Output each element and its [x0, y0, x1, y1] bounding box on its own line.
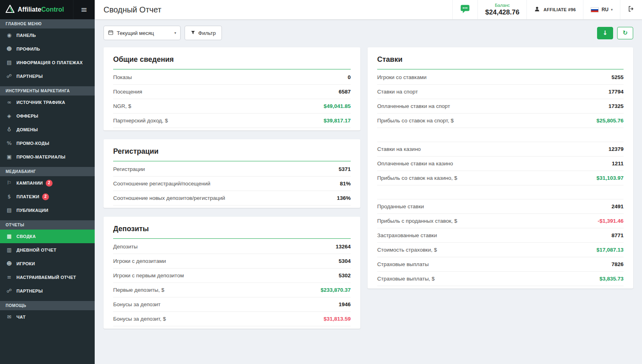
promo-materials-icon: ▣ [6, 153, 13, 161]
brand: AffiliateControl ≡ [0, 0, 95, 19]
sidebar-item[interactable]: $ ПЛАТЕЖИ 2 [0, 190, 95, 203]
chat-icon: ✉ [6, 313, 13, 321]
publications-icon: ▤ [6, 207, 13, 214]
stat-label: Застрахованные ставки [377, 232, 437, 238]
sidebar-item[interactable]: ∞ ИСТОЧНИК ТРАФИКА [0, 96, 95, 109]
filter-icon [191, 30, 195, 36]
stat-label: Страховые выплаты [377, 261, 429, 267]
language-label: RU [601, 7, 608, 12]
stat-label: Оплаченные ставки на спорт [377, 103, 450, 109]
sidebar-item[interactable]: ▥ ДНЕВНОЙ ОТЧЕТ [0, 243, 95, 257]
stat-value: 5371 [339, 166, 351, 172]
chevron-down-icon: ▾ [611, 8, 613, 12]
stat-value: 0 [347, 74, 351, 80]
stat-label: Прибыль со ставок на спорт, $ [377, 118, 454, 124]
sidebar-item[interactable]: ◈ ОФФЕРЫ [0, 109, 95, 123]
card-title: Депозиты [113, 225, 351, 239]
stat-value: $3,835.73 [599, 276, 624, 282]
stat-value: 5302 [339, 272, 351, 279]
sidebar-item-label: СВОДКА [16, 233, 36, 240]
payment-info-icon: ▤ [6, 59, 13, 66]
sidebar-item[interactable]: ☻ ПРОФИЛЬ [0, 42, 95, 56]
chat-icon [460, 4, 470, 16]
stat-value: 1946 [339, 301, 351, 307]
stat-label: NGR, $ [113, 103, 131, 109]
report-card: Ставки Игроки со ставками 5255 Ставки на… [368, 47, 633, 289]
sidebar-item-label: ПУБЛИКАЦИИ [16, 207, 49, 214]
sidebar-section-title: ПОМОЩЬ [0, 301, 95, 310]
sidebar-item-label: ЧАТ [16, 313, 26, 321]
sidebar-section-title: ГЛАВНОЕ МЕНЮ [0, 19, 95, 28]
card-rows: Показы 0 Посещения 6587 NGR, $ $49 [113, 70, 351, 128]
stat-row: Ставки на спорт 17794 [377, 85, 624, 99]
calendar-icon [108, 30, 114, 37]
logout-button[interactable] [620, 0, 642, 19]
balance-value: $24,428.76 [485, 8, 519, 16]
sidebar-item-label: ОФФЕРЫ [16, 112, 38, 120]
stat-value: 7826 [612, 261, 624, 267]
report-card: Общие сведения Показы 0 Посещения 6587 [104, 47, 360, 130]
stat-row: Страховые выплаты, $ $3,835.73 [377, 272, 624, 286]
balance: Баланс $24,428.76 [477, 0, 526, 19]
sidebar-item-label: ИГРОКИ [16, 260, 35, 267]
stat-label: Прибыль со ставок на казино, $ [377, 175, 457, 181]
sidebar-item[interactable]: ✉ ЧАТ [0, 310, 95, 324]
stat-row: Депозиты 13264 [113, 240, 351, 254]
stat-row: Стоимость страховки, $ $17,087.13 [377, 243, 624, 257]
stat-label: Оплаченные ставки на казино [377, 161, 453, 167]
column-right: Ставки Игроки со ставками 5255 Ставки на… [368, 47, 633, 289]
dashboard-icon: ◉ [6, 32, 13, 39]
sidebar-menu: ГЛАВНОЕ МЕНЮ ◉ ПАНЕЛЬ ☻ ПРОФИЛЬ [0, 19, 95, 364]
sidebar-item[interactable]: ☍ ПАРТНЕРЫ [0, 69, 95, 83]
download-button[interactable]: ↓ [597, 27, 613, 39]
sidebar-item[interactable]: ▦ СВОДКА [0, 230, 95, 243]
language-selector[interactable]: RU ▾ [583, 0, 620, 19]
sidebar-item[interactable]: ☍ ПАРТНЕРЫ [0, 284, 95, 298]
sidebar-item-label: ПАРТНЕРЫ [16, 287, 43, 295]
stat-value: $25,805.76 [596, 118, 624, 124]
sidebar-item[interactable]: ▤ ИНФОРМАЦИЯ О ПЛАТЕЖАХ [0, 56, 95, 69]
daily-report-icon: ▥ [6, 246, 13, 254]
page-title: Сводный Отчет [104, 5, 161, 14]
players-icon: ☻ [6, 260, 13, 267]
sidebar-item[interactable]: ≡ НАСТРАИВАЕМЫЙ ОТЧЕТ [0, 270, 95, 284]
stat-value: 2491 [612, 203, 624, 209]
sidebar-item[interactable]: ▣ ПРОМО-МАТЕРИАЛЫ [0, 150, 95, 164]
sidebar-item[interactable]: ◉ ПАНЕЛЬ [0, 28, 95, 42]
card-title: Ставки [377, 55, 624, 69]
stat-row: Первые депозиты, $ $233,870.37 [113, 283, 351, 297]
stat-row: Бонусы за депозит 1946 [113, 297, 351, 312]
sidebar-section-title: ИНСТРУМЕНТЫ МАРКЕТИНГА [0, 86, 95, 96]
stat-value: $233,870.37 [321, 287, 351, 293]
stat-row: NGR, $ $49,041.85 [113, 99, 351, 114]
refresh-button[interactable]: ↻ [617, 27, 633, 39]
sidebar-item[interactable]: ☻ ИГРОКИ [0, 257, 95, 270]
account-button[interactable]: AFFILIATE #96 [526, 0, 583, 19]
refresh-icon: ↻ [623, 29, 628, 37]
sidebar-item[interactable]: % ПРОМО-КОДЫ [0, 136, 95, 150]
hamburger-menu-icon[interactable]: ≡ [73, 0, 95, 19]
card-rows: Регистрации 5371 Соотношение регистраций… [113, 162, 351, 205]
stat-row: Страховые выплаты 7826 [377, 257, 624, 272]
balance-label: Баланс [495, 3, 510, 8]
stat-row: Соотношение регистраций/посещений 81% [113, 177, 351, 191]
sidebar-item-label: ПРОМО-КОДЫ [16, 140, 49, 147]
stat-label: Первые депозиты, $ [113, 287, 165, 293]
stat-label: Проданные ставки [377, 203, 424, 209]
chat-button[interactable] [452, 0, 477, 19]
period-select[interactable]: Текущий месяц ▾ [104, 26, 181, 40]
sidebar-item[interactable]: ⚐ КАМПАНИИ 2 [0, 176, 95, 190]
sidebar-section: ПОМОЩЬ ✉ ЧАТ [0, 301, 95, 324]
sidebar-item-label: ИСТОЧНИК ТРАФИКА [16, 99, 65, 106]
sidebar-item-label: ИНФОРМАЦИЯ О ПЛАТЕЖАХ [16, 59, 83, 66]
sidebar-item[interactable]: ▤ ПУБЛИКАЦИИ [0, 203, 95, 217]
sidebar-item[interactable]: ♁ ДОМЕНЫ [0, 123, 95, 136]
sidebar-section-title: ОТЧЕТЫ [0, 220, 95, 230]
report-card: Регистрации Регистрации 5371 Соотношение… [104, 139, 360, 208]
stat-row: Застрахованные ставки 8771 [377, 228, 624, 243]
stat-label: Стоимость страховки, $ [377, 247, 437, 253]
stat-label: Игроки со ставками [377, 74, 427, 80]
stat-value: -$1,391.46 [597, 218, 624, 224]
sidebar-section-items: ✉ ЧАТ [0, 310, 95, 324]
filter-button[interactable]: Фильтр [185, 26, 222, 40]
